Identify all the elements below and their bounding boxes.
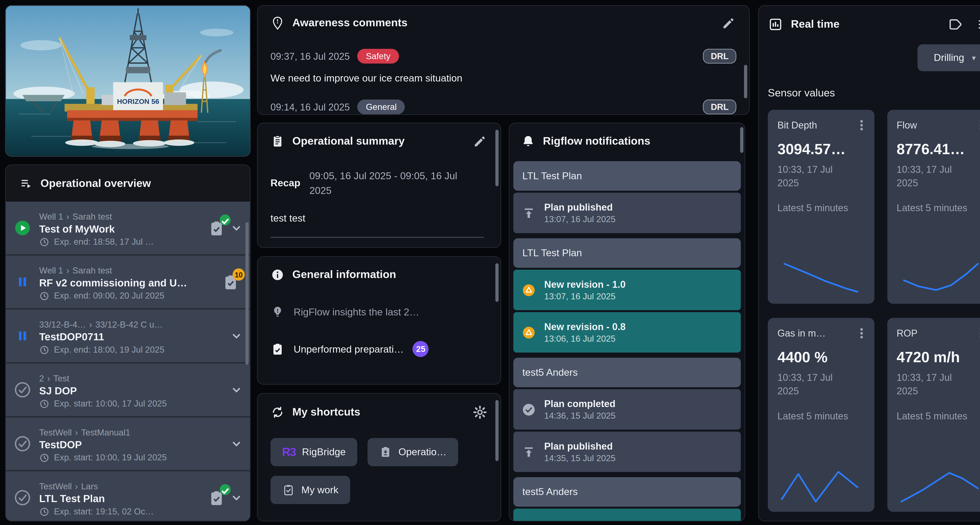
shortcut-my-work-button[interactable]: My work — [270, 476, 350, 504]
checklist-icon[interactable] — [208, 488, 226, 507]
breadcrumb: Well 1›Sarah test — [39, 212, 112, 221]
gear-icon[interactable] — [472, 404, 488, 420]
clock-icon — [39, 290, 49, 301]
operational-overview-panel: Operational overview Well 1›Sarah test T… — [5, 164, 250, 522]
unperformed-row[interactable]: Unperformed preparati… 25 — [270, 341, 488, 357]
recap-label: Recap — [270, 178, 301, 189]
shortcut-rigbridge-button[interactable]: R3 RigBridge — [270, 438, 357, 466]
edit-pencil-icon[interactable] — [721, 16, 737, 31]
clock-icon — [39, 236, 49, 247]
plan-meta: Exp. end: 09:00, 20 Jul 2025 — [39, 290, 222, 301]
general-information-title: General information — [293, 268, 396, 281]
clock-icon — [39, 452, 49, 463]
breadcrumb: Well 1›Sarah test — [39, 265, 112, 275]
divider — [270, 236, 484, 237]
notification-item[interactable]: New revision - 1.0 13:07, 16 Jul 2025 — [513, 270, 741, 310]
checklist-icon[interactable]: 10 — [222, 272, 240, 292]
sparkline-chart — [778, 259, 865, 295]
awareness-comments-panel: Awareness comments 09:37, 16 Jul 2025 Sa… — [257, 5, 750, 115]
sensor-card-rop[interactable]: ROP 4720 m/h 10:33, 17 Jul 2025 Latest 5… — [887, 318, 980, 512]
notification-time: 13:06, 16 Jul 2025 — [544, 334, 626, 344]
collapse-chevron-up-icon[interactable] — [979, 86, 980, 100]
sensor-value: 4400 % — [778, 348, 865, 366]
my-shortcuts-panel: My shortcuts R3 RigBridge — [257, 393, 501, 522]
kebab-menu-icon[interactable] — [859, 326, 865, 340]
operational-overview-header: Operational overview — [6, 165, 250, 201]
plan-meta: Exp. start: 19:15, 02 Oc… — [39, 506, 208, 517]
rig-photo: HORIZON 56 — [5, 5, 250, 157]
notification-title: New revision - 0.8 — [544, 321, 626, 332]
operational-overview-title: Operational overview — [41, 177, 151, 190]
publish-icon — [522, 445, 536, 459]
chevron-down-icon[interactable] — [229, 490, 243, 504]
shortcut-operations-button[interactable]: Operatio… — [368, 438, 458, 466]
checklist-icon[interactable] — [208, 219, 226, 238]
scrollbar-thumb[interactable] — [495, 263, 498, 302]
notification-title: New revision - 1.0 — [544, 279, 626, 290]
scrollbar-thumb[interactable] — [495, 130, 498, 186]
kebab-menu-icon[interactable] — [978, 326, 980, 340]
edit-pencil-icon[interactable] — [472, 133, 488, 149]
scrollbar-thumb[interactable] — [495, 400, 498, 461]
plan-title: TestDOP — [39, 439, 229, 450]
sensor-values-label: Sensor values — [768, 86, 835, 98]
insight-text: RigFlow insights the last 2… — [294, 306, 419, 318]
sensor-card-gas[interactable]: Gas in m… 4400 % 10:33, 17 Jul 2025 Late… — [768, 318, 874, 512]
kebab-menu-icon[interactable] — [978, 118, 980, 132]
notifications-list: LTL Test Plan Plan published 13:07, 16 J… — [510, 161, 745, 522]
count-badge: 10 — [233, 268, 245, 281]
notification-title: Plan published — [544, 201, 616, 213]
plan-row[interactable]: Well 1›Sarah test RF v2 commissioning an… — [6, 255, 250, 309]
plan-row[interactable]: Well 1›Sarah test Test of MyWork Exp. en… — [6, 201, 250, 255]
clipboard-check-icon — [282, 484, 295, 496]
plan-row[interactable]: TestWell›TestManual1 TestDOP Exp. start:… — [6, 417, 250, 471]
sensor-name: Gas in m… — [778, 328, 826, 339]
scrollbar-thumb[interactable] — [740, 127, 743, 153]
sensor-card-bit-depth[interactable]: Bit Depth 3094.57… 10:33, 17 Jul 2025 La… — [768, 110, 874, 304]
sensor-card-flow[interactable]: Flow 8776.41… 10:33, 17 Jul 2025 Latest … — [887, 110, 980, 304]
drilling-dropdown[interactable]: Drilling ▼ — [918, 44, 980, 71]
comment-time: 09:37, 16 Jul 2025 — [270, 51, 350, 62]
warning-icon — [522, 325, 536, 339]
operational-summary-panel: Operational summary Recap 09:05, 16 Jul … — [257, 123, 501, 248]
pin-alert-icon — [270, 16, 285, 30]
notification-item[interactable] — [513, 509, 741, 522]
count-badge: 25 — [413, 341, 429, 357]
insight-row[interactable]: RigFlow insights the last 2… — [270, 305, 488, 319]
chevron-down-icon[interactable] — [229, 329, 243, 343]
chevron-down-icon[interactable] — [229, 383, 243, 397]
plan-meta: Exp. start: 10:00, 19 Jul 2025 — [39, 452, 229, 463]
plan-title: RF v2 commissioning and U… — [39, 277, 222, 289]
notification-item[interactable]: Plan published 14:35, 15 Jul 2025 — [513, 431, 741, 472]
chevron-down-icon[interactable] — [229, 437, 243, 451]
operational-summary-header: Operational summary — [270, 133, 488, 149]
check-circle-icon — [522, 402, 536, 417]
notification-item[interactable]: New revision - 0.8 13:06, 16 Jul 2025 — [513, 312, 741, 353]
chevron-down-icon[interactable] — [229, 221, 243, 235]
notification-item[interactable]: Plan published 13:07, 16 Jul 2025 — [513, 193, 741, 233]
plan-row[interactable]: 33/12-B-4…›33/12-B-42 C u… TestDOP0711 E… — [6, 309, 250, 363]
discipline-chip: DRL — [703, 49, 737, 63]
plan-row[interactable]: 2›Test SJ DOP Exp. start: 10:00, 17 Jul … — [6, 363, 250, 417]
sensor-name: ROP — [897, 328, 918, 339]
notification-item[interactable]: Plan completed 14:36, 15 Jul 2025 — [513, 389, 741, 430]
sparkline-chart — [897, 259, 980, 295]
notification-group-header: LTL Test Plan — [513, 161, 741, 191]
dropdown-value: Drilling — [934, 52, 964, 63]
done-status-icon — [14, 436, 31, 452]
pause-status-icon — [15, 274, 30, 290]
sensor-value: 8776.41… — [897, 140, 980, 158]
kebab-menu-icon[interactable] — [859, 118, 865, 132]
playlist-play-icon — [20, 177, 33, 190]
tune-filters-icon[interactable] — [977, 16, 980, 33]
scrollbar-thumb[interactable] — [245, 222, 248, 365]
my-shortcuts-title: My shortcuts — [293, 406, 360, 419]
notification-time: 14:35, 15 Jul 2025 — [544, 453, 616, 463]
operational-summary-title: Operational summary — [293, 135, 405, 148]
done-status-icon — [14, 381, 31, 398]
scrollbar-thumb[interactable] — [744, 65, 747, 98]
tag-icon[interactable] — [947, 16, 964, 33]
comment-tag: General — [358, 100, 405, 114]
plan-row[interactable]: TestWell›Lars LTL Test Plan Exp. start: … — [6, 471, 250, 522]
real-time-panel: Real time Drilling ▼ Sensor values — [758, 5, 980, 522]
